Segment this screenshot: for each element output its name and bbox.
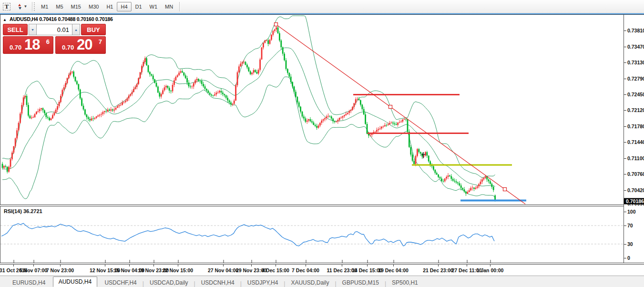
- candle-body: [361, 105, 363, 109]
- timeframe-button-d1[interactable]: D1: [132, 2, 146, 11]
- candle-body: [426, 152, 428, 155]
- tab-usdcnh-h4[interactable]: USDCNH,H4: [195, 277, 240, 287]
- candle-body: [307, 121, 308, 122]
- ask-quote[interactable]: 0.70 20 7: [55, 36, 106, 54]
- candle-body: [26, 96, 28, 105]
- timeframe-button-mn[interactable]: MN: [161, 2, 177, 11]
- candle-body: [170, 91, 172, 91]
- candle-body: [446, 177, 447, 178]
- candle-body: [102, 112, 103, 114]
- timeframe-button-m5[interactable]: M5: [52, 2, 67, 11]
- candle-body: [400, 122, 402, 122]
- time-axis[interactable]: 31 Oct 20185 Nov 07:007 Nov 23:0012 Nov …: [0, 265, 644, 276]
- text-label-tool-icon[interactable]: T: [1, 1, 12, 12]
- candle-body: [16, 130, 18, 138]
- price-axis[interactable]: 0.738100.734700.731300.727900.724500.721…: [624, 15, 644, 263]
- candle-body: [65, 83, 66, 87]
- time-tick: [33, 265, 34, 266]
- trendline-handle[interactable]: [503, 188, 507, 191]
- tab-usdcad-daily[interactable]: USDCAD,Daily: [144, 277, 194, 287]
- volume-increase-button[interactable]: ▲: [72, 24, 80, 35]
- time-tick: [393, 265, 394, 266]
- candle-body: [215, 92, 217, 94]
- time-tick: [178, 265, 178, 266]
- trendline-object[interactable]: [276, 24, 525, 204]
- collapse-arrow-icon[interactable]: ▲: [3, 18, 7, 22]
- candle-body: [134, 87, 136, 89]
- timeframe-button-h4[interactable]: H4: [117, 2, 131, 11]
- candle-body: [286, 60, 287, 69]
- candle-body: [250, 72, 251, 74]
- trendline-handle[interactable]: [275, 23, 278, 26]
- price-axis-label: 0.72790: [627, 76, 644, 82]
- candle-body: [3, 166, 5, 168]
- candle-body: [450, 176, 452, 179]
- candle-body: [20, 113, 21, 123]
- candle-body: [217, 92, 219, 93]
- candle-body: [467, 192, 468, 194]
- timeframe-button-h1[interactable]: H1: [102, 2, 117, 11]
- rsi-pane[interactable]: RSI(14) 36.2721: [0, 206, 624, 263]
- candle-body: [248, 67, 249, 71]
- candle-body: [326, 116, 327, 118]
- tab-sp500-h1[interactable]: SP500,H1: [386, 277, 424, 287]
- tab-xauusd-daily[interactable]: XAUUSD,Daily: [285, 277, 335, 287]
- candle-body: [161, 94, 162, 97]
- candle-body: [117, 106, 118, 108]
- time-axis-label: 7 Nov 23:00: [46, 267, 74, 273]
- timeframe-button-m15[interactable]: M15: [67, 2, 85, 11]
- candle-body: [357, 99, 358, 100]
- timeframe-button-m30[interactable]: M30: [85, 2, 102, 11]
- candle-body: [421, 154, 423, 156]
- candle-body: [267, 40, 269, 44]
- candle-body: [94, 118, 95, 119]
- candle-body: [190, 86, 191, 87]
- candle-body: [448, 175, 449, 177]
- price-tick: [624, 126, 626, 127]
- timeframe-button-w1[interactable]: W1: [146, 2, 162, 11]
- candle-body: [182, 71, 183, 72]
- candle-body: [2, 164, 3, 168]
- time-tick: [129, 265, 130, 266]
- candle-body: [440, 177, 441, 178]
- tab-usdchf-h4[interactable]: USDCHF,H4: [99, 277, 142, 287]
- candle-body: [465, 192, 467, 194]
- candle-body: [83, 106, 84, 110]
- tab-audusd-h4[interactable]: AUDUSD,H4: [53, 277, 97, 287]
- candle-body: [452, 179, 454, 181]
- candle-body: [118, 105, 120, 106]
- sell-button[interactable]: SELL: [3, 24, 28, 35]
- candle-body: [211, 94, 212, 95]
- bid-quote[interactable]: 0.70 18 6: [3, 36, 53, 54]
- candle-body: [59, 102, 60, 106]
- candle-body: [76, 81, 78, 84]
- candle-body: [156, 83, 157, 87]
- toolbar-grip[interactable]: [34, 2, 35, 11]
- trendline-handle[interactable]: [389, 105, 392, 109]
- candle-body: [313, 123, 314, 125]
- indicators-tool-icon[interactable]: ▼: [13, 1, 30, 12]
- tab-usdjpy-h4[interactable]: USDJPY,H4: [242, 277, 284, 287]
- rsi-line: [1, 223, 494, 246]
- candle-body: [148, 65, 149, 72]
- candle-body: [490, 181, 491, 184]
- candle-body: [284, 54, 285, 61]
- timeframe-button-m1[interactable]: M1: [37, 2, 52, 11]
- candle-body: [425, 152, 426, 155]
- candle-body: [394, 123, 395, 124]
- arrows-icon: [16, 3, 23, 10]
- bid-point: 6: [46, 38, 50, 45]
- time-axis-label: 21 Dec 23:00: [423, 267, 453, 273]
- candle-body: [78, 84, 79, 89]
- candle-body: [367, 124, 368, 133]
- volume-field[interactable]: 0.01: [37, 24, 72, 35]
- candle-body: [63, 87, 65, 90]
- buy-button[interactable]: BUY: [81, 24, 106, 35]
- price-axis-label: 0.71100: [627, 155, 644, 161]
- candle-body: [41, 108, 42, 109]
- candle-body: [280, 41, 282, 47]
- tab-gbpusd-m15[interactable]: GBPUSD,M15: [337, 277, 385, 287]
- tab-eurusd-h4[interactable]: EURUSD,H4: [7, 277, 51, 287]
- time-tick: [306, 265, 306, 266]
- volume-decrease-button[interactable]: ▼: [29, 24, 37, 35]
